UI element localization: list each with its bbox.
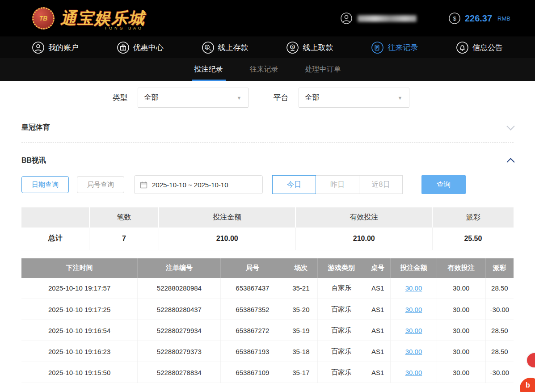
round-query-button[interactable]: 局号查询 (77, 176, 124, 193)
brand-chip-icon: TB (32, 7, 55, 30)
quick-date-group: 今日 昨日 近8日 (273, 175, 403, 194)
date-range-input[interactable]: 2025-10-10 ~ 2025-10-10 (134, 175, 263, 194)
cell-table-no: AS1 (365, 278, 390, 299)
tab-bet-records[interactable]: 投注纪录 (193, 58, 225, 81)
cell-bet-id: 522880279934 (138, 320, 221, 341)
section-crown-sports[interactable]: 皇冠体育 (21, 123, 514, 143)
balance[interactable]: $ 226.37 RMB (449, 13, 510, 24)
calendar-icon (140, 181, 147, 189)
nav-item-records[interactable]: 往来记录 (371, 42, 418, 54)
summary-header-blank (21, 207, 89, 228)
bet-amount-link[interactable]: 30.00 (405, 284, 422, 292)
cell-payout: 28.50 (485, 278, 514, 299)
platform-select[interactable]: 全部 ▼ (299, 88, 409, 108)
main-nav: 我的账户 优惠中心 $ 线上存款 $ 线上取款 (0, 37, 535, 58)
cell-session: 35-19 (284, 320, 318, 341)
cell-table-no: AS1 (365, 299, 390, 320)
user-account[interactable] (341, 13, 417, 24)
date-query-button[interactable]: 日期查询 (21, 176, 69, 193)
section-title: BB视讯 (21, 156, 46, 165)
cell-session: 35-21 (284, 278, 318, 299)
svg-text:$: $ (292, 45, 294, 49)
nav-item-promotions[interactable]: 优惠中心 (117, 42, 164, 54)
header-payout: 派彩 (485, 258, 514, 278)
nav-item-my-account[interactable]: 我的账户 (32, 42, 79, 54)
brand-name: 通宝娱乐城 (60, 10, 145, 26)
cell-round-no: 653867193 (221, 341, 284, 362)
summary-header-payout: 派彩 (432, 207, 514, 228)
nav-item-deposit[interactable]: $ 线上存款 (202, 42, 249, 54)
header-right: $ 226.37 RMB (341, 13, 510, 24)
query-controls: 日期查询 局号查询 2025-10-10 ~ 2025-10-10 今日 昨日 … (21, 175, 514, 194)
type-select[interactable]: 全部 ▼ (138, 88, 249, 108)
header-bet-id: 注单编号 (138, 258, 221, 278)
nav-label: 线上取款 (303, 42, 333, 53)
table-row: 2025-10-10 19:16:23 522880279373 6538671… (21, 341, 514, 362)
date-range-value: 2025-10-10 ~ 2025-10-10 (152, 181, 228, 189)
summary-bet-amount: 210.00 (159, 228, 295, 250)
summary-header-count: 笔数 (89, 207, 159, 228)
cell-bet-id: 522880279373 (138, 341, 221, 362)
nav-label: 信息公告 (472, 42, 503, 53)
cell-round-no: 653867109 (221, 362, 284, 383)
cell-table-no: AS1 (365, 362, 390, 383)
cell-bet-time: 2025-10-10 19:17:57 (21, 278, 138, 299)
header-bet-time: 下注时间 (21, 258, 138, 278)
brand-subtitle: TONG BAO (105, 26, 143, 30)
yesterday-button[interactable]: 昨日 (316, 175, 359, 194)
nav-label: 往来记录 (388, 42, 418, 53)
section-bb-video[interactable]: BB视讯 (21, 156, 514, 165)
cell-bet-id: 522880278834 (138, 362, 221, 383)
cell-round-no: 653867272 (221, 320, 284, 341)
header-round-no: 局号 (221, 258, 284, 278)
records-icon (371, 42, 383, 54)
content: 类型 全部 ▼ 平台 全部 ▼ 皇冠体育 BB视讯 日期查询 局号查询 (0, 88, 535, 383)
platform-select-value: 全部 (305, 93, 320, 102)
chevron-up-icon[interactable] (506, 158, 514, 166)
cell-session: 35-18 (284, 341, 318, 362)
cell-game-type: 百家乐 (318, 299, 365, 320)
bet-amount-link[interactable]: 30.00 (405, 327, 422, 334)
tab-transaction-records[interactable]: 往来记录 (248, 58, 280, 81)
nav-item-withdraw[interactable]: $ 线上取款 (286, 42, 333, 54)
brand-logo[interactable]: 通宝娱乐城 TONG BAO (60, 10, 150, 26)
cell-payout: -30.00 (485, 362, 514, 383)
cell-round-no: 653867437 (221, 278, 284, 299)
bet-amount-link[interactable]: 30.00 (405, 306, 422, 313)
cell-payout: 28.50 (485, 320, 514, 341)
user-icon (32, 42, 44, 54)
header-valid-bet: 有效投注 (437, 258, 485, 278)
table-header-row: 下注时间 注单编号 局号 场次 游戏类别 桌号 投注金额 有效投注 派彩 (21, 258, 514, 278)
cell-bet-time: 2025-10-10 19:17:25 (21, 299, 138, 320)
last-8-days-button[interactable]: 近8日 (359, 175, 403, 194)
cell-bet-time: 2025-10-10 19:15:50 (21, 362, 138, 383)
table-row: 2025-10-10 19:15:50 522880278834 6538671… (21, 362, 514, 383)
cell-session: 35-17 (284, 362, 318, 383)
cell-valid-bet: 30.00 (437, 299, 485, 320)
bell-icon (456, 42, 468, 54)
svg-text:$: $ (206, 46, 208, 50)
user-icon (341, 13, 352, 24)
top-header: TB 通宝娱乐城 TONG BAO $ 226.37 RMB (0, 0, 535, 37)
cell-bet-id: 522880280437 (138, 299, 221, 320)
filters: 类型 全部 ▼ 平台 全部 ▼ (15, 88, 507, 108)
nav-item-announcements[interactable]: 信息公告 (456, 42, 503, 54)
tab-processing-orders[interactable]: 处理中订单 (303, 58, 343, 81)
cell-valid-bet: 30.00 (437, 341, 485, 362)
summary-valid-bet: 210.00 (295, 228, 432, 250)
header-table-no: 桌号 (365, 258, 390, 278)
bet-amount-link[interactable]: 30.00 (405, 348, 422, 355)
summary-total-row: 总计 7 210.00 210.00 25.50 (21, 228, 514, 250)
cell-bet-time: 2025-10-10 19:16:23 (21, 341, 138, 362)
today-button[interactable]: 今日 (272, 175, 316, 194)
summary-table: 笔数 投注金额 有效投注 派彩 总计 7 210.00 210.00 25.50 (21, 207, 514, 250)
table-row: 2025-10-10 19:17:57 522880280984 6538674… (21, 278, 514, 299)
search-button[interactable]: 查询 (421, 175, 466, 194)
cell-valid-bet: 30.00 (437, 362, 485, 383)
cell-bet-time: 2025-10-10 19:16:54 (21, 320, 138, 341)
bet-amount-link[interactable]: 30.00 (405, 369, 422, 376)
chevron-down-icon[interactable] (506, 122, 514, 130)
platform-filter-label: 平台 (274, 93, 289, 103)
section-title: 皇冠体育 (21, 123, 50, 132)
cell-game-type: 百家乐 (318, 341, 365, 362)
